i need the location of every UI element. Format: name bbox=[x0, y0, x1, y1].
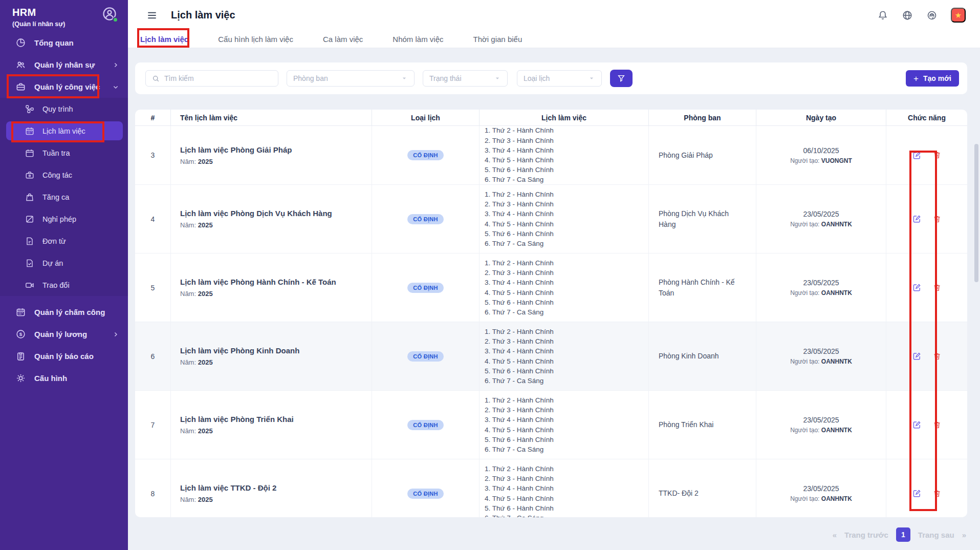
schedule-item: 3. Thứ 4 - Hành Chính bbox=[485, 278, 648, 287]
col-header-schedule: Lịch làm việc bbox=[480, 110, 649, 126]
schedule-name-link[interactable]: Lịch làm việc Phòng Giải Pháp bbox=[180, 145, 372, 154]
create-new-button[interactable]: + Tạo mới bbox=[906, 70, 959, 87]
status-select[interactable]: Trạng thái bbox=[423, 70, 508, 87]
schedule-item: 4. Thứ 5 - Hành Chính bbox=[485, 288, 648, 298]
sidebar-subitem-lich-lam-viec[interactable]: Lịch làm việc bbox=[0, 120, 128, 142]
workflow-icon bbox=[25, 104, 35, 114]
edit-icon[interactable] bbox=[912, 283, 922, 292]
tab-nhom-lam-viec[interactable]: Nhóm làm việc bbox=[393, 35, 443, 44]
sidebar-subitem-tang-ca[interactable]: Tăng ca bbox=[0, 186, 128, 208]
pagination-next-arrow[interactable]: » bbox=[962, 531, 966, 539]
vertical-scrollbar[interactable] bbox=[974, 144, 978, 282]
schedule-item: 6. Thứ 7 - Ca Sáng bbox=[485, 513, 648, 517]
schedule-item: 2. Thứ 3 - Hành Chính bbox=[485, 405, 648, 415]
schedule-item: 6. Thứ 7 - Ca Sáng bbox=[485, 376, 648, 386]
sidebar-subitem-cong-tac[interactable]: Công tác bbox=[0, 164, 128, 186]
schedule-item: 1. Thứ 2 - Hành Chính bbox=[485, 395, 648, 405]
schedule-name-link[interactable]: Lịch làm việc Phòng Hành Chính - Kế Toán bbox=[180, 278, 372, 286]
weekly-schedule-list: 1. Thứ 2 - Hành Chính 2. Thứ 3 - Hành Ch… bbox=[480, 253, 649, 322]
schedule-item: 4. Thứ 5 - Hành Chính bbox=[485, 494, 648, 503]
pagination-page-1[interactable]: 1 bbox=[896, 527, 910, 542]
search-input[interactable]: Tìm kiếm bbox=[145, 70, 278, 87]
weekly-schedule-list: 1. Thứ 2 - Hành Chính 2. Thứ 3 - Hành Ch… bbox=[480, 126, 649, 184]
document-icon bbox=[25, 236, 35, 246]
department-cell: Phòng Hành Chính - Kế Toán bbox=[649, 253, 756, 322]
department-select[interactable]: Phòng ban bbox=[287, 70, 415, 87]
pagination-prev[interactable]: Trang trước bbox=[844, 531, 888, 539]
table-row: 7 Lịch làm việc Phòng Triển Khai Năm: 20… bbox=[135, 391, 967, 459]
calendar-icon bbox=[25, 126, 35, 136]
schedule-type-placeholder: Loại lịch bbox=[524, 74, 550, 82]
edit-icon[interactable] bbox=[912, 151, 922, 160]
year-label: Năm: bbox=[180, 158, 196, 165]
schedule-item: 2. Thứ 3 - Hành Chính bbox=[485, 199, 648, 209]
globe-language-icon[interactable] bbox=[902, 10, 913, 21]
schedule-type-badge: CỐ ĐỊNH bbox=[407, 420, 444, 430]
sidebar-item-cau-hinh[interactable]: Cấu hình bbox=[0, 367, 128, 389]
schedule-name-link[interactable]: Lịch làm việc Phòng Triển Khai bbox=[180, 415, 372, 424]
created-date: 23/05/2025 bbox=[803, 210, 839, 218]
schedule-name-link[interactable]: Lịch làm việc Phòng Dịch Vụ Khách Hàng bbox=[180, 209, 372, 218]
schedule-item: 5. Thứ 6 - Hành Chính bbox=[485, 165, 648, 175]
sidebar-subitem-don-tu[interactable]: Đơn từ bbox=[0, 230, 128, 252]
vietnam-flag-button[interactable]: ★ bbox=[951, 8, 966, 23]
department-cell: Phòng Kinh Doanh bbox=[649, 322, 756, 390]
schedule-item: 3. Thứ 4 - Hành Chính bbox=[485, 209, 648, 219]
pagination-prev-arrow[interactable]: « bbox=[833, 531, 837, 539]
year-label: Năm: bbox=[180, 358, 196, 366]
delete-icon[interactable] bbox=[932, 215, 942, 224]
schedule-item: 1. Thứ 2 - Hành Chính bbox=[485, 189, 648, 199]
sidebar: HRM (Quản lí nhân sự) Tổng quan Quản lý … bbox=[0, 0, 128, 550]
tab-cau-hinh-lich-lam-viec[interactable]: Cấu hình lịch làm việc bbox=[218, 35, 293, 44]
sidebar-item-quan-ly-cham-cong[interactable]: Quản lý chấm công bbox=[0, 301, 128, 323]
schedule-name-link[interactable]: Lịch làm việc Phòng Kinh Doanh bbox=[180, 346, 372, 355]
hamburger-menu-icon[interactable] bbox=[146, 10, 158, 21]
delete-icon[interactable] bbox=[932, 283, 942, 292]
department-cell: Phòng Dịch Vụ Khách Hàng bbox=[649, 185, 756, 253]
sidebar-subitem-du-an[interactable]: Dự án bbox=[0, 252, 128, 274]
sidebar-item-label: Quản lý lương bbox=[34, 330, 87, 339]
sidebar-item-quan-ly-luong[interactable]: $ Quản lý lương bbox=[0, 323, 128, 345]
sidebar-subitem-quy-trinh[interactable]: Quy trình bbox=[0, 98, 128, 120]
edit-icon[interactable] bbox=[912, 420, 922, 430]
sidebar-item-quan-ly-nhan-su[interactable]: Quản lý nhân sự bbox=[0, 54, 128, 76]
sidebar-subitem-nghi-phep[interactable]: Nghỉ phép bbox=[0, 208, 128, 230]
schedule-item: 3. Thứ 4 - Hành Chính bbox=[485, 145, 648, 155]
year-value: 2025 bbox=[198, 427, 213, 435]
chevron-right-icon bbox=[112, 61, 120, 69]
schedule-item: 4. Thứ 5 - Hành Chính bbox=[485, 356, 648, 366]
sidebar-item-quan-ly-cong-viec[interactable]: Quản lý công việc bbox=[0, 76, 128, 98]
support-headset-icon[interactable] bbox=[926, 10, 938, 21]
delete-icon[interactable] bbox=[932, 489, 942, 498]
edit-icon[interactable] bbox=[912, 214, 922, 224]
svg-text:$: $ bbox=[19, 331, 23, 337]
user-avatar-icon[interactable] bbox=[101, 6, 118, 22]
sidebar-subitem-tuan-tra[interactable]: Tuần tra bbox=[0, 142, 128, 164]
year-label: Năm: bbox=[180, 496, 196, 503]
filter-button[interactable] bbox=[610, 70, 633, 87]
sidebar-subitem-trao-doi[interactable]: Trao đổi bbox=[0, 274, 128, 296]
schedule-item: 5. Thứ 6 - Hành Chính bbox=[485, 298, 648, 307]
schedule-type-select[interactable]: Loại lịch bbox=[517, 70, 602, 87]
bag-icon bbox=[25, 192, 35, 202]
sidebar-item-quan-ly-bao-cao[interactable]: Quản lý báo cáo bbox=[0, 345, 128, 367]
delete-icon[interactable] bbox=[932, 151, 942, 160]
delete-icon[interactable] bbox=[932, 420, 942, 430]
creator-label: Người tạo: bbox=[790, 427, 819, 434]
edit-icon[interactable] bbox=[912, 351, 922, 361]
delete-icon[interactable] bbox=[932, 352, 942, 361]
tab-lich-lam-viec[interactable]: Lịch làm việc bbox=[140, 35, 188, 44]
sidebar-item-label: Quản lý công việc bbox=[34, 82, 100, 91]
col-header-created: Ngày tạo bbox=[756, 110, 886, 126]
pagination-next[interactable]: Trang sau bbox=[918, 531, 954, 539]
edit-icon[interactable] bbox=[912, 489, 922, 498]
tab-thoi-gian-bieu[interactable]: Thời gian biểu bbox=[473, 35, 522, 44]
schedule-type-badge: CỐ ĐỊNH bbox=[407, 283, 444, 293]
notification-bell-icon[interactable] bbox=[877, 10, 888, 21]
schedule-name-link[interactable]: Lịch làm việc TTKD - Đội 2 bbox=[180, 483, 372, 492]
table-row: 4 Lịch làm việc Phòng Dịch Vụ Khách Hàng… bbox=[135, 185, 967, 253]
tab-ca-lam-viec[interactable]: Ca làm việc bbox=[323, 35, 363, 44]
sidebar-subitem-label: Quy trình bbox=[42, 105, 73, 113]
sidebar-item-tong-quan[interactable]: Tổng quan bbox=[0, 32, 128, 54]
schedule-item: 2. Thứ 3 - Hành Chính bbox=[485, 268, 648, 278]
